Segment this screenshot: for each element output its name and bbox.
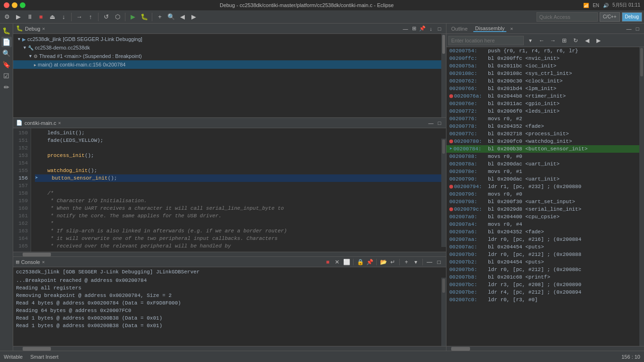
sidebar-pencil-icon[interactable]: ✏ <box>1 82 12 92</box>
nav-back-btn[interactable]: ◀ <box>177 12 188 22</box>
disasm-row[interactable]: 00200798:bl 0x200f30 <uart_set_input> <box>446 198 644 206</box>
console-open-file-btn[interactable]: 📂 <box>379 258 388 266</box>
debug-pin-btn[interactable]: 📌 <box>419 25 426 33</box>
console-h-scrollbar[interactable] <box>13 346 446 351</box>
disconnect-btn[interactable]: ⏏ <box>47 12 58 22</box>
disasm-row[interactable]: 00200778:bl 0x204352 <fade> <box>446 123 644 130</box>
debug-scrollbar[interactable] <box>441 34 446 117</box>
code-area[interactable]: leds_init(); fade(LEDS_YELLOW); process_… <box>31 128 446 252</box>
run-btn[interactable]: ▶ <box>128 12 138 22</box>
debug-session-item[interactable]: ▼ ▶ cc2538dk_jlink [GDB SEGGER J-Link De… <box>13 35 446 43</box>
sidebar-search-icon[interactable]: 🔍 <box>1 48 12 58</box>
disasm-row[interactable]: 0020079c:bl 0x2029d8 <serial_line_init> <box>446 206 644 213</box>
debug-panel-view-btn[interactable]: ⊞ <box>410 25 418 33</box>
console-scrollbar-thumb[interactable] <box>442 279 445 293</box>
disasm-row[interactable]: 0020077c:bl 0x202718 <process_init> <box>446 130 644 138</box>
disasm-row[interactable]: 0020078a:bl 0x200dac <uart_init> <box>446 160 644 168</box>
disasm-row[interactable]: 002007b2:bl 0x204454 <puts> <box>446 258 644 266</box>
console-h-scrollbar-thumb[interactable] <box>23 347 51 351</box>
settings-btn[interactable]: ⚙ <box>2 12 12 22</box>
disasm-nav-prev-btn[interactable]: ◀ <box>582 36 592 45</box>
disasm-min-btn[interactable]: — <box>625 25 633 33</box>
resume-btn[interactable]: ▶ <box>13 12 24 22</box>
disasm-scrollbar[interactable] <box>639 47 644 346</box>
disasm-h-scrollbar-thumb[interactable] <box>451 347 470 351</box>
disasm-back-btn[interactable]: ← <box>537 36 546 45</box>
suspend-btn[interactable]: ⏸ <box>25 12 35 22</box>
disasm-row[interactable]: 002007bc:ldr r3, [pc, #208] ; (0x200890 <box>446 281 644 288</box>
disasm-row[interactable]: 002007b8:bl 0x201c68 <printf> <box>446 273 644 281</box>
disasm-row[interactable]: 0020075a:bl 0x2011bc <ioc_init> <box>446 62 644 70</box>
window-controls[interactable] <box>4 2 25 8</box>
disasm-row[interactable]: 002007c0:ldr r0, [r3, #0] <box>446 296 644 304</box>
sidebar-debug-icon[interactable]: 🐛 <box>1 25 12 36</box>
disasm-row[interactable]: 00200776:movs r0, #2 <box>446 115 644 123</box>
console-min-btn[interactable]: — <box>425 258 434 266</box>
code-scrollbar[interactable] <box>441 139 446 247</box>
disasm-row[interactable]: 00200ffc:bl 0x200ffc <nvic_init> <box>446 55 644 62</box>
debug-run-btn[interactable]: 🐛 <box>139 12 149 22</box>
step-over-btn[interactable]: → <box>74 12 84 22</box>
minimize-button[interactable] <box>12 2 17 8</box>
outline-tab[interactable]: Outline <box>449 26 470 32</box>
disasm-row[interactable]: ➤00200784:bl 0x200b38 <button_sensor_ini… <box>446 145 644 153</box>
disasm-row[interactable]: 0020076a:bl 0x2044b8 <rtimer_init> <box>446 92 644 100</box>
disasm-row[interactable]: 00200754:push {r0, r1, r4, r5, r6, lr} <box>446 47 644 55</box>
console-stop-btn[interactable]: ■ <box>323 258 332 266</box>
location-input[interactable] <box>448 36 524 45</box>
console-word-wrap-btn[interactable]: ↵ <box>388 258 397 266</box>
stop-btn[interactable]: ■ <box>36 12 46 22</box>
console-scroll-lock-btn[interactable]: 🔒 <box>356 258 364 266</box>
debug-thread-item[interactable]: ▼ ⚙ Thread #1 <main> (Suspended : Breakp… <box>13 52 446 60</box>
sidebar-tasks-icon[interactable]: ☑ <box>1 71 12 81</box>
target-expand-arrow[interactable]: ▼ <box>23 45 27 50</box>
cpp-perspective-btn[interactable]: C/C++ <box>600 12 620 22</box>
disasm-row[interactable]: 00200766:bl 0x201bd4 <lpm_init> <box>446 85 644 92</box>
session-expand-arrow[interactable]: ▼ <box>17 37 21 41</box>
debug-max-btn[interactable]: □ <box>436 25 443 33</box>
disasm-scrollbar-thumb[interactable] <box>640 48 643 76</box>
disasm-row[interactable]: 0020076e:bl 0x2011ac <gpio_init> <box>446 100 644 107</box>
disasm-row[interactable]: 002007a4:movs r0, #4 <box>446 221 644 228</box>
code-h-scrollbar[interactable] <box>13 252 446 256</box>
step-return-btn[interactable]: ↑ <box>85 12 96 22</box>
nav-fwd-btn[interactable]: ▶ <box>189 12 199 22</box>
disasm-row[interactable]: 002007a0:bl 0x204400 <cpu_cpsie> <box>446 213 644 221</box>
debug-target-item[interactable]: ▼ 🔧 cc2538-demo.cc2538dk <box>13 43 446 52</box>
quick-access-input[interactable] <box>537 12 598 22</box>
disasm-row[interactable]: 002007be:ldr r4, [pc, #212] ; (0x200894 <box>446 288 644 296</box>
debug-perspective-btn[interactable]: Debug <box>622 12 642 22</box>
new-btn[interactable]: + <box>155 12 165 22</box>
disasm-nav-next-btn[interactable]: ▶ <box>594 36 603 45</box>
disasm-row[interactable]: 002007b6:ldr r0, [pc, #212] ; (0x20088c <box>446 266 644 273</box>
maximize-button[interactable] <box>20 2 25 8</box>
close-button[interactable] <box>4 2 9 8</box>
disasm-row[interactable]: 00200780:bl 0x200fc0 <watchdog_init> <box>446 138 644 145</box>
disasm-show-source-btn[interactable]: ⊞ <box>560 36 569 45</box>
code-min-btn[interactable]: — <box>427 119 435 127</box>
console-clear-btn[interactable]: ⬜ <box>342 258 351 266</box>
search-btn[interactable]: 🔍 <box>166 12 176 22</box>
debug-step-into-icon[interactable]: ↓ <box>427 25 435 33</box>
console-max-btn[interactable]: □ <box>435 258 443 266</box>
debug-scrollbar-thumb[interactable] <box>442 35 445 54</box>
disasm-row[interactable]: 002007aa:ldr r0, [pc, #216] ; (0x200884 <box>446 236 644 243</box>
disasm-refresh-btn[interactable]: ↻ <box>571 36 580 45</box>
disasm-row[interactable]: 0020078e:movs r0, #1 <box>446 168 644 175</box>
disasm-row[interactable]: 002007a6:bl 0x204352 <fade> <box>446 228 644 236</box>
sidebar-bookmarks-icon[interactable]: 🔖 <box>1 59 12 70</box>
disasm-row[interactable]: 00200788:movs r0, #0 <box>446 153 644 160</box>
console-pin-btn[interactable]: 📌 <box>365 258 374 266</box>
disasm-max-btn[interactable]: □ <box>634 25 641 33</box>
disasm-fwd-btn[interactable]: → <box>548 36 558 45</box>
code-h-scrollbar-thumb[interactable] <box>23 253 51 256</box>
console-scrollbar[interactable] <box>441 278 446 346</box>
disasm-row[interactable]: 00200790:bl 0x200dac <uart_init> <box>446 175 644 183</box>
restart-btn[interactable]: ↺ <box>101 12 111 22</box>
console-new-console-btn[interactable]: + <box>402 258 411 266</box>
code-max-btn[interactable]: □ <box>436 119 443 127</box>
disasm-row[interactable]: 002007b0:ldr r0, [pc, #212] ; (0x200888 <box>446 251 644 258</box>
console-dd-btn[interactable]: ▾ <box>412 258 420 266</box>
console-remove-btn[interactable]: ✕ <box>333 258 341 266</box>
breakpoint-btn[interactable]: ⬡ <box>112 12 123 22</box>
